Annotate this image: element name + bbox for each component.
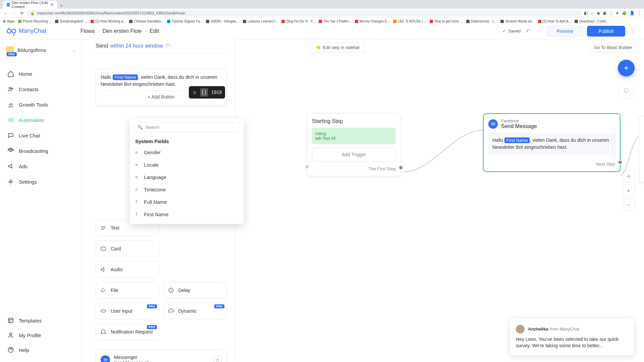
- back-icon[interactable]: ←: [3, 10, 9, 16]
- block-file[interactable]: File: [96, 282, 159, 299]
- block-user-input[interactable]: User InputPRO: [96, 303, 159, 319]
- nav-templates[interactable]: Templates: [4, 313, 78, 328]
- svg-point-7: [10, 333, 12, 335]
- zoom-in-button[interactable]: +: [623, 184, 635, 196]
- bookmark-item[interactable]: Datenschutz - L...: [466, 19, 497, 23]
- add-button-row[interactable]: + Add Button ☺ { } 1919: [101, 90, 222, 101]
- bookmark-item[interactable]: How to get more ...: [430, 19, 463, 23]
- nav-help[interactable]: Help: [4, 343, 78, 357]
- broadcast-icon: [7, 147, 14, 154]
- output-port[interactable]: [618, 160, 623, 165]
- fit-button[interactable]: ⊹: [623, 170, 635, 182]
- goto-basic-button[interactable]: Go To Basic Builder: [589, 42, 637, 53]
- favicon-icon: [55, 20, 58, 23]
- new-tab-button[interactable]: +: [58, 3, 64, 9]
- undo-button[interactable]: ↶: [525, 26, 532, 36]
- workspace-selector[interactable]: PRO Bildungsfirma ⌄: [4, 44, 78, 56]
- bookmark-item[interactable]: Student Wants an...: [500, 19, 534, 23]
- dropdown-item[interactable]: ≡Locale: [130, 159, 244, 171]
- bookmark-item[interactable]: GMSN - Vologda,...: [206, 19, 239, 23]
- redo-button[interactable]: ↷: [536, 26, 543, 36]
- bookmark-item[interactable]: Sonderangebot! ...: [55, 19, 87, 23]
- ext-icon[interactable]: ◧: [584, 11, 588, 15]
- bookmark-item[interactable]: (2) How To Add A...: [538, 19, 571, 23]
- window-link[interactable]: within 24 hour window: [110, 43, 163, 49]
- bookmark-item[interactable]: (1) How Working a...: [91, 19, 126, 23]
- preview-button[interactable]: Preview: [547, 25, 583, 37]
- nav-broadcast[interactable]: Broadcasting: [4, 143, 78, 158]
- bookmark-item[interactable]: Download - Cooki...: [575, 19, 608, 23]
- nav-growth[interactable]: Growth Tools: [4, 97, 78, 112]
- app-logo[interactable]: ManyChat: [7, 26, 80, 36]
- close-icon[interactable]: ✕: [214, 356, 222, 362]
- favorite-fab[interactable]: ♡: [618, 82, 635, 99]
- automation-icon: [7, 117, 14, 123]
- node-starting-step[interactable]: Starting Step nding wth Tool #3 Add Trig…: [307, 113, 401, 176]
- dropdown-search[interactable]: 🔍 Search: [134, 122, 240, 132]
- ext-icon[interactable]: ☆: [590, 11, 594, 15]
- menu-icon[interactable]: ⋮: [637, 11, 641, 15]
- reload-icon[interactable]: ⟳: [19, 10, 25, 16]
- next-step-card[interactable]: ✉ Messenger Send Message #1 ✕: [96, 350, 227, 362]
- block-audio[interactable]: Audio: [96, 261, 159, 278]
- crumb-flow-name[interactable]: Den ersten Flow: [103, 28, 142, 34]
- block-delay[interactable]: Delay: [163, 282, 227, 299]
- add-trigger-button[interactable]: Add Trigger: [312, 147, 396, 162]
- add-step-fab[interactable]: +: [618, 60, 635, 76]
- favicon-icon: [129, 20, 132, 23]
- bookmark-item[interactable]: Qing Fei De Yi - Y...: [281, 19, 315, 23]
- output-port[interactable]: [398, 165, 403, 170]
- dropdown-item[interactable]: TFirst Name: [130, 208, 244, 221]
- input-port[interactable]: [305, 165, 309, 169]
- message-textarea[interactable]: Hallo First Name, vielen Dank, dass du d…: [96, 69, 227, 106]
- node-send-message-1[interactable]: ✉ Facebook Send Message #1 Wie geht es d…: [639, 116, 644, 182]
- ext-icon[interactable]: ▣: [603, 11, 606, 15]
- ext-icon[interactable]: 🧩: [622, 11, 627, 15]
- apps-button[interactable]: ⊞ Apps: [3, 19, 15, 23]
- help-icon[interactable]: ?: [165, 43, 170, 49]
- heart-icon: ♡: [623, 87, 629, 95]
- forward-icon[interactable]: →: [11, 10, 17, 16]
- nav-profile[interactable]: My Profile: [4, 328, 78, 343]
- block-card[interactable]: Card: [96, 240, 159, 257]
- publish-button[interactable]: Publish: [587, 26, 625, 37]
- variable-chip[interactable]: First Name: [113, 74, 138, 80]
- avatar-icon[interactable]: 👤: [630, 11, 635, 15]
- variable-insert-icon[interactable]: { }: [200, 88, 208, 97]
- zoom-out-button[interactable]: −: [623, 198, 635, 210]
- bookmark-item[interactable]: Money Changes E...: [355, 19, 390, 23]
- nav-automation[interactable]: Automation: [4, 113, 78, 127]
- edit-in-sidebar-button[interactable]: 👈Edit step in sidebar: [310, 42, 365, 53]
- dropdown-item[interactable]: ≡Gender: [130, 146, 244, 159]
- address-bar[interactable]: 🔒 manychat.com/fb198150208192061/cms/fil…: [27, 10, 582, 16]
- dropdown-item[interactable]: TFull Name: [130, 196, 244, 208]
- ext-icon[interactable]: ◉: [597, 11, 600, 15]
- bookmark-item[interactable]: Phone Recycling ...: [18, 19, 52, 23]
- node-send-message[interactable]: ✉ Facebook Send Message Hallo First Name…: [483, 113, 621, 172]
- nav-chat[interactable]: Live Chat: [4, 128, 78, 143]
- emoji-icon[interactable]: ☺: [192, 89, 197, 96]
- browser-tab[interactable]: Den ersten Flow | Edit Content ✕: [3, 1, 57, 9]
- ext-icon[interactable]: ★: [615, 11, 619, 15]
- canvas[interactable]: 👈Edit step in sidebar Go To Basic Builde…: [82, 40, 644, 362]
- field-type-icon: T: [135, 199, 140, 204]
- block-notification[interactable]: Notification RequestPRO: [96, 323, 159, 340]
- dropdown-item[interactable]: ≡Language: [130, 171, 244, 183]
- more-menu-icon[interactable]: ⋮: [629, 26, 637, 36]
- nav-contacts[interactable]: Contacts: [4, 82, 78, 97]
- crumb-flows[interactable]: Flows: [80, 28, 95, 34]
- dropdown-item[interactable]: #Timezone: [130, 183, 244, 196]
- block-dynamic[interactable]: DynamicPRO: [163, 303, 227, 319]
- close-icon[interactable]: ✕: [50, 2, 54, 7]
- nav-settings[interactable]: Settings: [4, 174, 78, 189]
- nav-ads[interactable]: Ads: [4, 159, 78, 174]
- trigger-pill[interactable]: nding wth Tool #3: [312, 128, 396, 144]
- bookmark-item[interactable]: LEE 'S HOUSE | ...: [393, 19, 426, 23]
- bookmark-item[interactable]: Tutorial: Eigene Fa...: [167, 19, 203, 23]
- bookmark-item[interactable]: Lessons Learned f...: [243, 19, 278, 23]
- support-toast[interactable]: Anzhelika from ManyChat Hey Leon, You've…: [510, 319, 634, 355]
- ext-icon[interactable]: ⬚: [609, 11, 613, 15]
- bookmark-item[interactable]: The Top 3 Platfor...: [319, 19, 352, 23]
- bookmark-item[interactable]: Chinese translatio...: [129, 19, 163, 23]
- nav-home[interactable]: Home: [4, 66, 78, 81]
